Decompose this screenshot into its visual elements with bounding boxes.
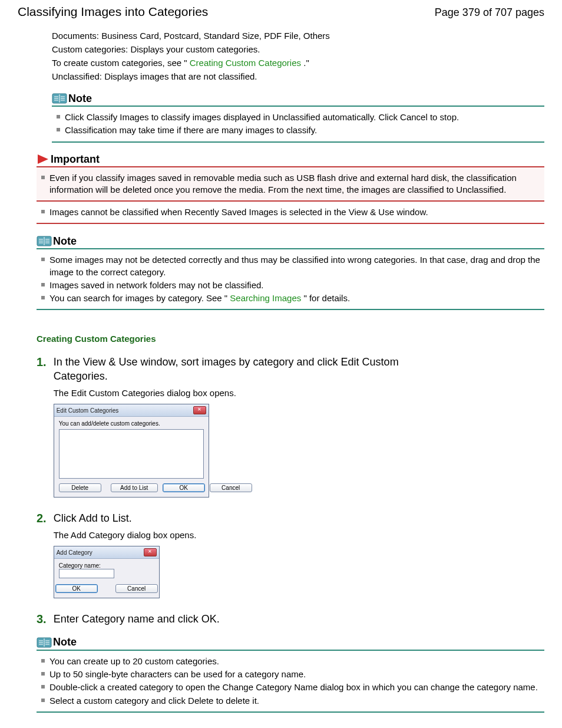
svg-marker-8	[38, 154, 48, 164]
step1-sub: The Edit Custom Categories dialog box op…	[54, 388, 448, 398]
note1-item: Click Classify Images to classify images…	[65, 111, 544, 123]
important-item: Even if you classify images saved in rem…	[49, 172, 544, 196]
note1-title: Note	[68, 93, 92, 105]
important-item: Images cannot be classified when Recentl…	[49, 206, 544, 218]
intro-create-pre: To create custom categories, see "	[52, 58, 187, 68]
cancel-button[interactable]: Cancel	[115, 584, 158, 593]
link-creating-custom-categories[interactable]: Creating Custom Categories	[190, 58, 301, 68]
note1-item: Classification may take time if there ar…	[65, 124, 544, 136]
important-title: Important	[51, 153, 100, 166]
dialog-edit-custom-categories: Edit Custom Categories ✕ You can add/del…	[54, 404, 209, 498]
step2-sub: The Add Category dialog box opens.	[54, 530, 448, 540]
category-name-input[interactable]	[59, 569, 114, 578]
note3-item: Select a custom category and click Delet…	[49, 695, 544, 707]
close-icon[interactable]: ✕	[193, 406, 206, 414]
dialog2-title: Add Category	[57, 549, 92, 556]
dialog2-label: Category name:	[59, 562, 101, 569]
step2-num: 2.	[37, 512, 47, 601]
page-number: Page 379 of 707 pages	[435, 6, 544, 19]
intro-documents: Documents: Business Card, Postcard, Stan…	[52, 31, 448, 41]
add-to-list-button[interactable]: Add to List	[111, 483, 158, 492]
dialog1-hint: You can add/delete custom categories.	[59, 420, 204, 427]
note-icon	[52, 92, 67, 105]
note3-item: Double-click a created category to open …	[49, 681, 544, 693]
intro-custom-categories: Custom categories: Displays your custom …	[52, 44, 448, 54]
note2-search-pre: You can search for images by category. S…	[49, 293, 227, 303]
ok-button[interactable]: OK	[163, 483, 205, 492]
note-icon	[37, 636, 52, 649]
note2-item: Images saved in network folders may not …	[49, 279, 544, 291]
note3-item: Up to 50 single-byte characters can be u…	[49, 668, 544, 680]
note2-search-post: " for details.	[303, 293, 350, 303]
note2-item: Some images may not be detected correctl…	[49, 254, 544, 278]
intro-create-post: ."	[303, 58, 309, 68]
dialog1-listbox[interactable]	[59, 429, 204, 479]
intro-create-line: To create custom categories, see " Creat…	[52, 58, 448, 68]
ok-button[interactable]: OK	[55, 584, 98, 593]
close-icon[interactable]: ✕	[144, 548, 157, 556]
important-flag-icon	[37, 153, 49, 165]
cancel-button[interactable]: Cancel	[210, 483, 252, 492]
step1-title: In the View & Use window, sort images by…	[54, 355, 448, 383]
link-searching-images[interactable]: Searching Images	[230, 293, 301, 303]
note3-item: You can create up to 20 custom categorie…	[49, 655, 544, 667]
step3-num: 3.	[37, 612, 47, 631]
page-title: Classifying Images into Categories	[18, 5, 208, 19]
dialog-add-category: Add Category ✕ Category name: OK Cancel	[54, 546, 160, 598]
note2-title: Note	[53, 235, 77, 248]
note2-item-search: You can search for images by category. S…	[49, 292, 544, 304]
note3-title: Note	[53, 636, 77, 648]
section-heading-creating: Creating Custom Categories	[37, 334, 448, 344]
intro-unclassified: Unclassified: Displays images that are n…	[52, 71, 448, 81]
step2-title: Click Add to List.	[54, 512, 448, 525]
step3-title: Enter Category name and click OK.	[54, 612, 448, 626]
delete-button[interactable]: Delete	[59, 483, 101, 492]
dialog1-title: Edit Custom Categories	[57, 407, 119, 414]
note-icon	[37, 235, 52, 248]
step1-num: 1.	[37, 355, 47, 500]
